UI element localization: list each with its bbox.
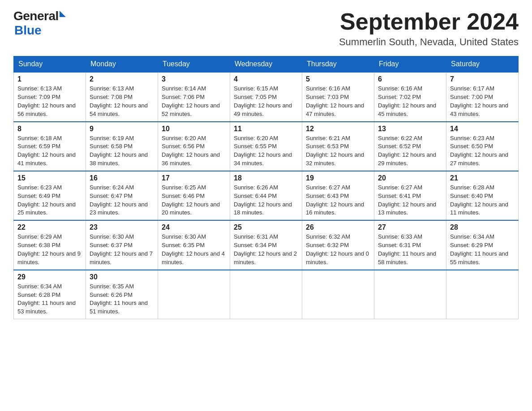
day-number: 9 xyxy=(90,125,154,133)
day-info: Sunrise: 6:30 AMSunset: 6:37 PMDaylight:… xyxy=(90,233,154,266)
day-info: Sunrise: 6:29 AMSunset: 6:38 PMDaylight:… xyxy=(17,233,82,266)
table-row: 2 Sunrise: 6:13 AMSunset: 7:08 PMDayligh… xyxy=(86,72,158,121)
day-number: 6 xyxy=(378,75,442,83)
day-number: 20 xyxy=(378,174,442,182)
table-row: 4 Sunrise: 6:15 AMSunset: 7:05 PMDayligh… xyxy=(230,72,302,121)
calendar-week-5: 29 Sunrise: 6:34 AMSunset: 6:28 PMDaylig… xyxy=(14,270,519,319)
col-sunday: Sunday xyxy=(14,56,86,73)
day-info: Sunrise: 6:17 AMSunset: 7:00 PMDaylight:… xyxy=(450,85,515,118)
table-row: 25 Sunrise: 6:31 AMSunset: 6:34 PMDaylig… xyxy=(230,220,302,270)
table-row: 20 Sunrise: 6:27 AMSunset: 6:41 PMDaylig… xyxy=(374,171,446,220)
table-row: 21 Sunrise: 6:28 AMSunset: 6:40 PMDaylig… xyxy=(446,171,519,220)
calendar-week-3: 15 Sunrise: 6:23 AMSunset: 6:49 PMDaylig… xyxy=(14,171,519,220)
col-tuesday: Tuesday xyxy=(158,56,230,73)
table-row: 12 Sunrise: 6:21 AMSunset: 6:53 PMDaylig… xyxy=(302,122,374,171)
day-number: 16 xyxy=(90,174,154,182)
day-number: 24 xyxy=(162,223,226,231)
title-block: September 2024 Summerlin South, Nevada, … xyxy=(339,9,519,48)
day-info: Sunrise: 6:34 AMSunset: 6:29 PMDaylight:… xyxy=(450,233,515,266)
table-row: 28 Sunrise: 6:34 AMSunset: 6:29 PMDaylig… xyxy=(446,220,519,270)
day-info: Sunrise: 6:35 AMSunset: 6:26 PMDaylight:… xyxy=(90,283,154,316)
day-number: 17 xyxy=(162,174,226,182)
logo-triangle-icon xyxy=(60,11,66,17)
table-row: 11 Sunrise: 6:20 AMSunset: 6:55 PMDaylig… xyxy=(230,122,302,171)
table-row: 24 Sunrise: 6:30 AMSunset: 6:35 PMDaylig… xyxy=(158,220,230,270)
day-number: 30 xyxy=(90,273,154,281)
day-info: Sunrise: 6:23 AMSunset: 6:49 PMDaylight:… xyxy=(17,184,82,217)
day-info: Sunrise: 6:24 AMSunset: 6:47 PMDaylight:… xyxy=(90,184,154,217)
table-row xyxy=(374,270,446,319)
table-row: 1 Sunrise: 6:13 AMSunset: 7:09 PMDayligh… xyxy=(14,72,86,121)
col-thursday: Thursday xyxy=(302,56,374,73)
day-info: Sunrise: 6:20 AMSunset: 6:55 PMDaylight:… xyxy=(234,134,298,168)
day-number: 29 xyxy=(17,273,82,281)
table-row: 17 Sunrise: 6:25 AMSunset: 6:46 PMDaylig… xyxy=(158,171,230,220)
day-info: Sunrise: 6:27 AMSunset: 6:41 PMDaylight:… xyxy=(378,184,442,217)
day-info: Sunrise: 6:32 AMSunset: 6:32 PMDaylight:… xyxy=(306,233,370,266)
table-row: 26 Sunrise: 6:32 AMSunset: 6:32 PMDaylig… xyxy=(302,220,374,270)
calendar-header-row: Sunday Monday Tuesday Wednesday Thursday… xyxy=(14,56,519,73)
day-number: 21 xyxy=(450,174,515,182)
table-row: 8 Sunrise: 6:18 AMSunset: 6:59 PMDayligh… xyxy=(14,122,86,171)
table-row: 23 Sunrise: 6:30 AMSunset: 6:37 PMDaylig… xyxy=(86,220,158,270)
day-number: 8 xyxy=(17,125,82,133)
day-number: 10 xyxy=(162,125,226,133)
day-info: Sunrise: 6:13 AMSunset: 7:09 PMDaylight:… xyxy=(17,85,82,118)
calendar-location: Summerlin South, Nevada, United States xyxy=(339,36,519,48)
day-info: Sunrise: 6:19 AMSunset: 6:58 PMDaylight:… xyxy=(90,134,154,168)
day-number: 13 xyxy=(378,125,442,133)
day-number: 5 xyxy=(306,75,370,83)
day-info: Sunrise: 6:25 AMSunset: 6:46 PMDaylight:… xyxy=(162,184,226,217)
table-row xyxy=(158,270,230,319)
day-info: Sunrise: 6:30 AMSunset: 6:35 PMDaylight:… xyxy=(162,233,226,266)
col-friday: Friday xyxy=(374,56,446,73)
day-info: Sunrise: 6:26 AMSunset: 6:44 PMDaylight:… xyxy=(234,184,298,217)
day-number: 12 xyxy=(306,125,370,133)
day-info: Sunrise: 6:13 AMSunset: 7:08 PMDaylight:… xyxy=(90,85,154,118)
day-number: 1 xyxy=(17,75,82,83)
table-row: 13 Sunrise: 6:22 AMSunset: 6:52 PMDaylig… xyxy=(374,122,446,171)
table-row: 3 Sunrise: 6:14 AMSunset: 7:06 PMDayligh… xyxy=(158,72,230,121)
day-number: 2 xyxy=(90,75,154,83)
table-row: 5 Sunrise: 6:16 AMSunset: 7:03 PMDayligh… xyxy=(302,72,374,121)
calendar-title: September 2024 xyxy=(339,9,519,34)
day-info: Sunrise: 6:20 AMSunset: 6:56 PMDaylight:… xyxy=(162,134,226,168)
logo-general-text: General xyxy=(13,9,59,23)
day-number: 18 xyxy=(234,174,298,182)
table-row: 30 Sunrise: 6:35 AMSunset: 6:26 PMDaylig… xyxy=(86,270,158,319)
day-number: 14 xyxy=(450,125,515,133)
calendar-week-2: 8 Sunrise: 6:18 AMSunset: 6:59 PMDayligh… xyxy=(14,122,519,171)
day-info: Sunrise: 6:23 AMSunset: 6:50 PMDaylight:… xyxy=(450,134,515,168)
table-row: 9 Sunrise: 6:19 AMSunset: 6:58 PMDayligh… xyxy=(86,122,158,171)
logo: General Blue xyxy=(13,9,66,38)
col-wednesday: Wednesday xyxy=(230,56,302,73)
day-info: Sunrise: 6:27 AMSunset: 6:43 PMDaylight:… xyxy=(306,184,370,217)
day-info: Sunrise: 6:21 AMSunset: 6:53 PMDaylight:… xyxy=(306,134,370,168)
col-saturday: Saturday xyxy=(446,56,519,73)
day-number: 28 xyxy=(450,223,515,231)
table-row: 29 Sunrise: 6:34 AMSunset: 6:28 PMDaylig… xyxy=(14,270,86,319)
day-info: Sunrise: 6:28 AMSunset: 6:40 PMDaylight:… xyxy=(450,184,515,217)
day-number: 19 xyxy=(306,174,370,182)
day-number: 11 xyxy=(234,125,298,133)
table-row xyxy=(446,270,519,319)
day-info: Sunrise: 6:31 AMSunset: 6:34 PMDaylight:… xyxy=(234,233,298,266)
table-row: 18 Sunrise: 6:26 AMSunset: 6:44 PMDaylig… xyxy=(230,171,302,220)
table-row: 27 Sunrise: 6:33 AMSunset: 6:31 PMDaylig… xyxy=(374,220,446,270)
table-row: 22 Sunrise: 6:29 AMSunset: 6:38 PMDaylig… xyxy=(14,220,86,270)
day-number: 25 xyxy=(234,223,298,231)
table-row: 10 Sunrise: 6:20 AMSunset: 6:56 PMDaylig… xyxy=(158,122,230,171)
day-number: 23 xyxy=(90,223,154,231)
day-number: 22 xyxy=(17,223,82,231)
table-row xyxy=(230,270,302,319)
table-row: 7 Sunrise: 6:17 AMSunset: 7:00 PMDayligh… xyxy=(446,72,519,121)
day-number: 7 xyxy=(450,75,515,83)
day-info: Sunrise: 6:15 AMSunset: 7:05 PMDaylight:… xyxy=(234,85,298,118)
table-row: 19 Sunrise: 6:27 AMSunset: 6:43 PMDaylig… xyxy=(302,171,374,220)
day-number: 27 xyxy=(378,223,442,231)
table-row xyxy=(302,270,374,319)
table-row: 16 Sunrise: 6:24 AMSunset: 6:47 PMDaylig… xyxy=(86,171,158,220)
calendar-week-4: 22 Sunrise: 6:29 AMSunset: 6:38 PMDaylig… xyxy=(14,220,519,270)
day-info: Sunrise: 6:16 AMSunset: 7:03 PMDaylight:… xyxy=(306,85,370,118)
day-number: 15 xyxy=(17,174,82,182)
